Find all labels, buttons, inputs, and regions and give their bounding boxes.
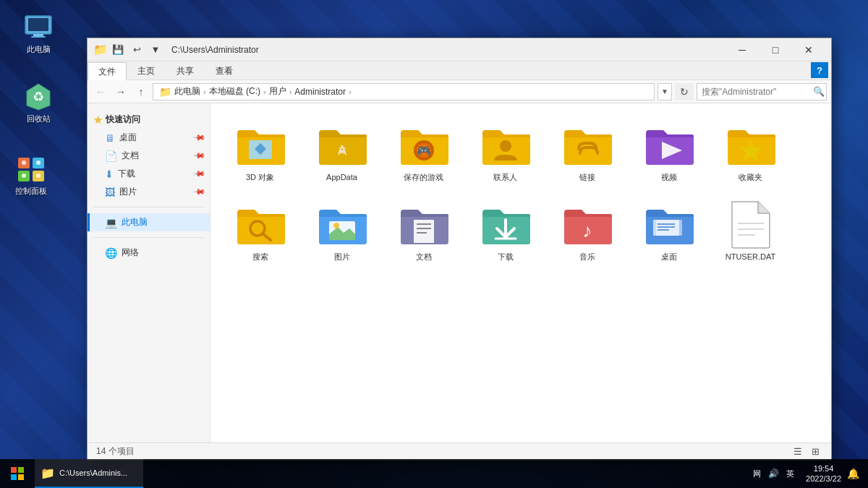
title-dropdown-btn[interactable]: ▼ [147,42,164,58]
recycle-bin-icon: ♻ [24,82,53,111]
desktop-icon-recycle-bin[interactable]: ♻ 回收站 [13,80,64,127]
file-item-appdata[interactable]: A ≡ AppData [304,115,380,189]
file-item-contacts[interactable]: 联系人 [467,115,543,189]
status-bar-right: ☰ ⊞ [791,445,822,459]
file-item-desktop[interactable]: 桌面 [631,194,707,268]
breadcrumb-users[interactable]: 用户 [269,85,286,98]
file-icon-searches [234,201,286,247]
sidebar: ★ 快速访问 🖥 桌面 📌 📄 文档 📌 ⬇ [88,103,210,442]
sidebar-item-desktop[interactable]: 🖥 桌面 📌 [88,129,210,147]
pin-icon-3: 📌 [192,167,205,181]
svg-text:♪: ♪ [582,220,592,241]
taskbar-explorer-item[interactable]: 📁 C:\Users\Adminis... [35,459,143,488]
taskbar-explorer-label: C:\Users\Adminis... [59,468,127,477]
language-indicator[interactable]: 英 [783,468,797,479]
sidebar-section-this-pc: 💻 此电脑 [88,210,210,234]
file-item-documents[interactable]: 文档 [386,194,461,268]
pin-icon: 📌 [192,131,205,145]
maximize-button[interactable]: □ [759,38,792,61]
title-save-btn[interactable]: 💾 [109,42,127,58]
file-item-links[interactable]: 链接 [549,115,625,189]
file-icon-favorites [725,121,777,168]
tab-share[interactable]: 共享 [166,61,205,80]
file-item-searches[interactable]: 搜索 [222,194,298,268]
svg-rect-1 [28,18,48,31]
volume-tray-icon[interactable]: 🔊 [768,468,779,479]
svg-point-21 [500,140,511,152]
sidebar-header-quick-access[interactable]: ★ 快速访问 [88,111,210,129]
forward-button[interactable]: → [112,83,129,100]
file-item-3d-objects[interactable]: 3D 对象 [222,115,298,189]
file-name-music: 音乐 [579,252,595,262]
file-item-music[interactable]: ♪ 音乐 [549,194,625,268]
svg-point-11 [36,160,41,165]
file-item-downloads[interactable]: 下载 [467,194,543,268]
file-item-favorites[interactable]: 收藏夹 [712,115,788,189]
file-icon-documents [398,201,450,247]
title-bar-controls: ─ □ ✕ [726,38,825,61]
file-icon-videos [643,121,695,168]
notification-icon[interactable]: 🔔 [844,468,862,479]
title-bar: 📁 💾 ↩ ▼ C:\Users\Administrator ─ □ ✕ [88,38,831,61]
file-name-documents: 文档 [416,252,432,262]
pin-icon-2: 📌 [192,149,205,163]
file-name-links: 链接 [579,172,595,182]
file-item-pictures[interactable]: 图片 [304,194,380,268]
file-icon-contacts [480,121,532,168]
sidebar-item-documents[interactable]: 📄 文档 📌 [88,147,210,165]
sidebar-item-pictures[interactable]: 🖼 图片 📌 [88,183,210,201]
svg-rect-43 [11,467,17,473]
address-dropdown-btn[interactable]: ▼ [658,83,672,100]
file-name-downloads: 下载 [498,252,514,262]
file-name-pictures: 图片 [334,252,350,262]
svg-rect-3 [31,36,46,38]
file-icon-appdata: A ≡ [316,121,368,168]
start-button[interactable] [0,459,35,488]
file-icon-pictures [316,201,368,247]
sidebar-divider-2 [93,237,204,238]
svg-point-27 [333,223,339,228]
file-item-ntuser[interactable]: NTUSER.DAT [712,194,788,268]
svg-text:♻: ♻ [33,90,44,104]
taskbar-tray-icons: 网 🔊 英 [744,467,803,481]
taskbar-tray: 网 🔊 英 19:54 2022/3/22 🔔 [744,463,868,484]
documents-folder-icon: 📄 [105,150,117,162]
explorer-window: 📁 💾 ↩ ▼ C:\Users\Administrator ─ □ ✕ 文件 … [87,38,832,461]
taskbar-clock[interactable]: 19:54 2022/3/22 [806,463,841,484]
taskbar: 📁 C:\Users\Adminis... 网 🔊 英 19:54 2022/3… [0,459,868,488]
tab-file[interactable]: 文件 [88,62,127,80]
close-button[interactable]: ✕ [792,38,825,61]
svg-rect-45 [11,474,17,480]
refresh-button[interactable]: ↻ [675,83,694,100]
desktop-icon-this-pc[interactable]: 此电脑 [13,10,64,57]
desktop-folder-icon: 🖥 [105,132,115,144]
list-view-btn[interactable]: ☰ [791,445,805,459]
network-tray-icon[interactable]: 网 [750,467,764,481]
grid-view-btn[interactable]: ⊞ [808,445,822,459]
desktop-icon-label-control-panel: 控制面板 [15,187,47,196]
minimize-button[interactable]: ─ [726,38,759,61]
search-input[interactable] [702,87,810,97]
help-button[interactable]: ? [811,62,828,78]
this-pc-icon [24,13,53,42]
desktop-icon-control-panel[interactable]: 控制面板 [6,152,56,199]
tab-home[interactable]: 主页 [127,61,166,80]
sidebar-divider-1 [93,207,204,207]
network-sidebar-icon: 🌐 [105,247,117,259]
file-item-videos[interactable]: 视频 [631,115,707,189]
up-button[interactable]: ↑ [132,83,150,100]
file-item-saved-games[interactable]: 🎮 保存的游戏 [386,115,461,189]
address-path[interactable]: 📁 此电脑 › 本地磁盘 (C:) › 用户 › Administrator › [153,83,655,100]
sidebar-item-network[interactable]: 🌐 网络 [88,244,210,262]
search-box[interactable]: 🔍 [697,83,827,100]
back-button[interactable]: ← [92,83,109,100]
tab-view[interactable]: 查看 [205,61,244,80]
sidebar-item-this-pc[interactable]: 💻 此电脑 [88,213,210,231]
breadcrumb-local-disk[interactable]: 本地磁盘 (C:) [209,85,260,98]
file-name-searches: 搜索 [252,252,268,262]
breadcrumb-administrator[interactable]: Administrator [294,87,346,97]
title-undo-btn[interactable]: ↩ [128,42,145,58]
sidebar-item-downloads[interactable]: ⬇ 下载 📌 [88,165,210,183]
breadcrumb-this-pc[interactable]: 此电脑 [174,85,200,98]
file-icon-saved-games: 🎮 [398,121,450,168]
